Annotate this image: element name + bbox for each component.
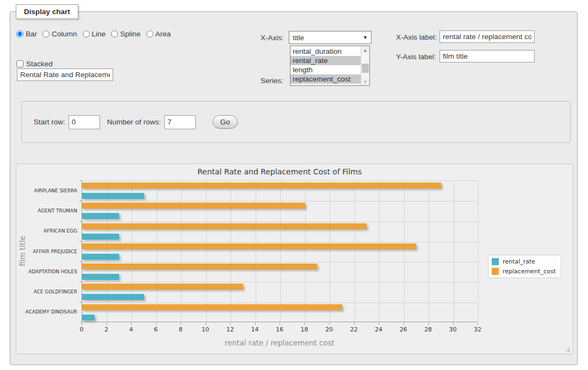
scrollbar-track[interactable] [361,54,369,78]
resize-handle-icon[interactable] [564,346,570,352]
y-tick-mark [79,241,82,242]
gridline [82,282,478,283]
y-tick-mark [79,200,82,201]
x-tick-label: 0 [71,326,92,333]
go-button[interactable]: Go [213,115,238,129]
x-tick-label: 20 [318,326,340,333]
chart-container: Rental Rate and Replacement Cost of Film… [16,164,573,354]
chart-type-spline[interactable]: Spline [111,30,141,38]
x-tick-label: 14 [244,326,266,333]
x-tick-label: 28 [417,326,439,333]
bar-rental_rate [82,234,119,240]
bar-rental_rate [82,254,119,260]
legend-swatch [492,268,499,275]
x-tick-label: 4 [120,326,142,333]
start-row-input[interactable] [69,115,100,129]
x-tick-mark [478,323,478,325]
legend-swatch [492,258,499,265]
chart-type-radio-bar[interactable] [16,30,23,37]
series-option-rental_duration[interactable]: rental_duration [290,47,361,56]
bar-replacement_cost [82,203,305,209]
gridline [157,181,157,322]
x-axis-title: rental rate / replacement cost [82,338,478,347]
display-chart-panel: Display chart BarColumnLineSplineArea St… [10,11,578,365]
number-of-rows-input[interactable] [164,115,196,129]
series-label: Series: [261,77,283,85]
stacked-label: Stacked [26,60,53,68]
bar-rental_rate [82,193,144,199]
series-option-replacement_cost[interactable]: replacement_cost [290,74,361,84]
chart-type-bar[interactable]: Bar [16,30,37,38]
y-tick-mark [79,261,82,262]
x-tick-label: 18 [294,326,315,333]
chart-type-column[interactable]: Column [42,30,77,38]
bar-replacement_cost [82,223,367,229]
x-axis-select[interactable]: title ▼ [289,31,372,44]
panel-title: Display chart [16,4,78,19]
x-tick-label: 10 [195,326,216,333]
chart-type-radio-column[interactable] [42,30,49,37]
series-option-length[interactable]: length [290,65,361,74]
scroll-down-icon[interactable]: ▼ [361,78,369,85]
scrollbar[interactable]: ▲ ▼ [361,46,369,85]
gridline [404,181,405,322]
x-tick-mark [206,323,206,325]
bar-replacement_cost [82,284,243,290]
gridline [82,222,478,222]
gridline [429,181,429,322]
y-tick-mark [79,302,82,303]
gridline [132,181,132,322]
chart-type-area[interactable]: Area [146,30,171,38]
y-tick-mark [79,221,82,222]
series-option-rental_rate[interactable]: rental_rate [290,56,361,65]
chart-type-label: Area [156,30,171,38]
start-row-label: Start row: [34,118,65,126]
x-tick-mark [453,323,454,325]
y-axis-label-field-label: Y-Axis label: [396,53,436,61]
gridline [107,181,108,322]
gridline [379,181,380,322]
series-options: rental_durationrental_ratelengthreplacem… [290,46,361,85]
bar-rental_rate [82,213,119,219]
bar-rental_rate [82,315,95,321]
x-axis-label: X-Axis: [261,34,284,42]
x-axis-label-input[interactable] [440,30,535,43]
x-tick-mark [354,323,355,325]
chart-type-radio-area[interactable] [146,30,153,37]
gridline [454,181,454,322]
stacked-checkbox-row[interactable]: Stacked [16,60,53,68]
x-tick-mark [255,323,256,325]
chart-type-radio-line[interactable] [83,30,90,37]
x-tick-mark [280,323,280,325]
scrollbar-thumb[interactable] [362,64,369,73]
x-tick-label: 22 [343,326,365,333]
bar-replacement_cost [82,264,317,269]
x-tick-mark [305,323,305,325]
chart-title-input[interactable] [17,68,113,81]
x-tick-mark [329,323,330,325]
y-axis-label-input[interactable] [440,50,535,62]
x-tick-mark [181,323,181,325]
chart-type-line[interactable]: Line [83,30,106,38]
gridline [330,181,330,322]
gridline [82,242,478,242]
gridline [256,181,256,322]
legend-item-rental_rate: rental_rate [492,258,556,265]
legend-item-replacement_cost: replacement_cost [492,268,556,275]
x-tick-label: 2 [96,326,117,333]
x-tick-mark [230,323,231,325]
series-listbox[interactable]: rental_durationrental_ratelengthreplacem… [290,46,370,86]
chart-type-radio-spline[interactable] [111,30,118,37]
chevron-down-icon: ▼ [363,35,368,40]
y-axis-title: film title [17,180,27,322]
stacked-checkbox[interactable] [16,60,23,67]
x-axis-select-value: title [293,34,363,42]
bar-rental_rate [82,294,144,300]
gridline [478,181,479,322]
x-tick-label: 30 [442,326,464,333]
bar-rental_rate [82,274,119,280]
x-tick-label: 8 [170,326,191,333]
chart-title: Rental Rate and Replacement Cost of Film… [82,167,478,176]
gridline [82,303,478,303]
scroll-up-icon[interactable]: ▲ [361,46,369,54]
